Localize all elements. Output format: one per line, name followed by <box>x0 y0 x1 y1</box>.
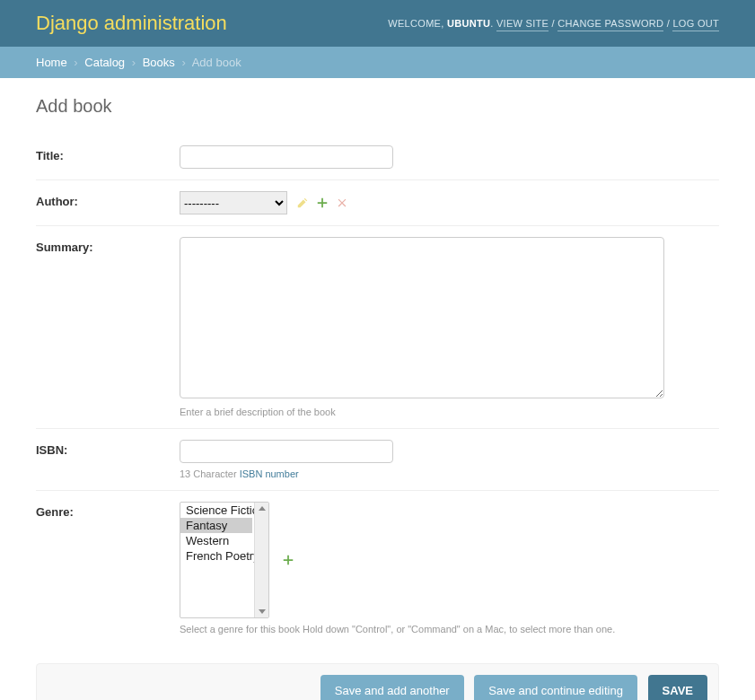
logout-link[interactable]: LOG OUT <box>672 18 719 31</box>
submit-row: Save and add another Save and continue e… <box>36 663 719 700</box>
separator-dot: . <box>490 18 496 29</box>
genre-help: Select a genre for this book Hold down "… <box>180 624 719 634</box>
separator-slash: / <box>663 18 672 29</box>
separator-slash: / <box>549 18 557 29</box>
breadcrumb-catalog[interactable]: Catalog <box>84 56 125 69</box>
site-title: Django administration <box>36 12 227 35</box>
breadcrumb: Home › Catalog › Books › Add book <box>0 47 755 78</box>
genre-option[interactable]: Western <box>180 533 252 548</box>
welcome-text: WELCOME, <box>388 18 447 29</box>
title-input[interactable] <box>180 145 393 169</box>
save-add-another-button[interactable]: Save and add another <box>320 675 464 700</box>
field-row-genre: Genre: Science FictionFantasyWesternFren… <box>36 491 719 645</box>
breadcrumb-current: Add book <box>192 56 241 69</box>
genre-option[interactable]: Fantasy <box>180 518 252 533</box>
site-header: Django administration WELCOME, UBUNTU. V… <box>0 0 755 47</box>
author-select[interactable]: --------- <box>180 191 287 214</box>
content: Add book Title: Author: --------- Summar… <box>0 78 755 700</box>
field-row-author: Author: --------- <box>36 180 719 226</box>
delete-icon[interactable] <box>336 197 348 209</box>
isbn-input[interactable] <box>180 440 393 463</box>
title-label: Title: <box>36 145 180 162</box>
breadcrumb-books[interactable]: Books <box>143 56 175 69</box>
summary-label: Summary: <box>36 237 180 254</box>
field-row-isbn: ISBN: 13 Character ISBN number <box>36 429 719 491</box>
isbn-help: 13 Character ISBN number <box>180 468 719 479</box>
summary-help: Enter a brief description of the book <box>180 407 719 417</box>
genre-select[interactable]: Science FictionFantasyWesternFrench Poet… <box>180 502 269 618</box>
breadcrumb-home[interactable]: Home <box>36 56 67 69</box>
breadcrumb-separator: › <box>132 56 136 69</box>
edit-icon[interactable] <box>296 197 309 209</box>
add-genre-icon[interactable] <box>282 554 294 566</box>
summary-textarea[interactable] <box>180 237 664 398</box>
change-password-link[interactable]: CHANGE PASSWORD <box>557 18 663 31</box>
isbn-help-link[interactable]: ISBN number <box>240 468 299 479</box>
add-icon[interactable] <box>316 197 329 209</box>
isbn-label: ISBN: <box>36 440 180 457</box>
genre-label: Genre: <box>36 502 180 519</box>
genre-option[interactable]: French Poetry <box>180 548 252 564</box>
save-continue-button[interactable]: Save and continue editing <box>474 675 637 700</box>
breadcrumb-separator: › <box>74 56 77 69</box>
page-title: Add book <box>36 96 719 117</box>
field-row-summary: Summary: Enter a brief description of th… <box>36 226 719 429</box>
author-label: Author: <box>36 191 180 208</box>
save-button[interactable]: SAVE <box>648 675 707 700</box>
username: UBUNTU <box>447 18 490 29</box>
view-site-link[interactable]: VIEW SITE <box>496 18 549 31</box>
field-row-title: Title: <box>36 135 719 180</box>
breadcrumb-separator: › <box>181 56 185 69</box>
user-tools: WELCOME, UBUNTU. VIEW SITE / CHANGE PASS… <box>388 18 719 29</box>
genre-option[interactable]: Science Fiction <box>180 503 252 518</box>
